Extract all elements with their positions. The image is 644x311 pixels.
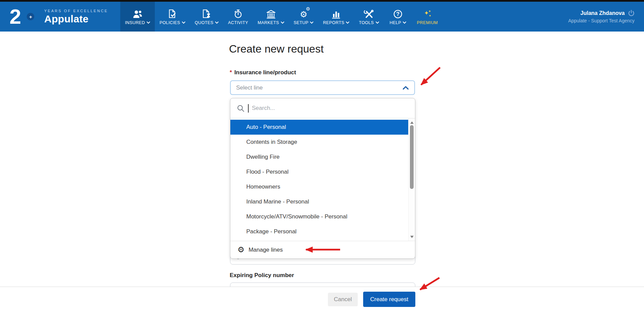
list-item[interactable]: Package - Personal xyxy=(230,224,408,239)
page-title: Create new request xyxy=(229,43,324,55)
gear-icon: ⚙ xyxy=(237,246,245,254)
chevron-down-icon xyxy=(310,21,313,24)
search-icon xyxy=(237,104,245,112)
nav-item-insured[interactable]: INSURED xyxy=(120,2,155,32)
policies-icon xyxy=(168,8,177,19)
dropdown-search-row xyxy=(230,98,415,118)
footer-action-bar: Cancel Create request xyxy=(0,287,644,311)
chevron-down-icon xyxy=(403,21,406,24)
nav-item-quotes[interactable]: QUOTES xyxy=(190,2,223,32)
tools-icon xyxy=(364,8,374,19)
list-item[interactable]: Contents in Storage xyxy=(230,135,408,150)
reports-icon xyxy=(331,8,341,19)
logo-brand: Appulate xyxy=(44,13,108,25)
nav-item-premium[interactable]: PREMIUM xyxy=(412,2,443,32)
logout-power-icon[interactable] xyxy=(628,10,635,16)
user-agency: Appulate - Support Test Agency xyxy=(568,18,635,23)
chevron-down-icon xyxy=(346,21,349,24)
insured-icon xyxy=(132,8,143,19)
text-cursor xyxy=(248,104,249,113)
chevron-down-icon xyxy=(147,21,150,24)
scrollbar-up-arrow-icon[interactable] xyxy=(409,120,415,125)
manage-lines-button[interactable]: ⚙ Manage lines xyxy=(230,241,415,258)
arrow-to-select-chevron xyxy=(421,67,440,85)
main-nav: INSURED POLICIES QUOTES ACTIVITY xyxy=(120,2,443,32)
insurance-line-select[interactable]: Select line xyxy=(230,80,415,95)
logo-tagline: YEARS OF EXCELLENCE xyxy=(44,9,108,13)
nav-item-activity[interactable]: ACTIVITY xyxy=(223,2,253,32)
chevron-up-icon xyxy=(402,86,409,90)
insurance-line-dropdown: Auto - Personal Contents in Storage Dwel… xyxy=(230,98,415,259)
list-item[interactable]: Auto - Personal xyxy=(230,120,408,135)
expiring-policy-label: Expiring Policy number xyxy=(230,272,294,279)
chevron-down-icon xyxy=(215,21,219,24)
scrollbar-thumb[interactable] xyxy=(410,125,414,189)
dropdown-list: Auto - Personal Contents in Storage Dwel… xyxy=(230,118,415,241)
nav-item-markets[interactable]: MARKETS xyxy=(253,2,289,32)
manage-lines-label: Manage lines xyxy=(249,247,283,253)
nav-item-policies[interactable]: POLICIES xyxy=(155,2,190,32)
scrollbar-down-arrow-icon[interactable] xyxy=(409,234,415,239)
required-asterisk: * xyxy=(230,69,232,76)
list-item[interactable]: Dwelling Fire xyxy=(230,150,408,164)
insurance-line-label: *Insurance line/product xyxy=(230,69,296,76)
list-item[interactable]: Motorcycle/ATV/Snowmobile - Personal xyxy=(230,209,408,224)
list-item[interactable]: Inland Marine - Personal xyxy=(230,194,408,209)
logo-pinwheel-icon: + xyxy=(22,8,39,25)
dropdown-scrollbar[interactable] xyxy=(408,118,415,241)
chevron-down-icon xyxy=(281,21,284,24)
appulate-app: 2 + YEARS OF EXCELLENCE Appulate INSURED… xyxy=(0,0,644,311)
chevron-down-icon xyxy=(182,21,185,24)
premium-sparkles-icon xyxy=(422,8,433,19)
dropdown-search-input[interactable] xyxy=(252,105,409,112)
setup-icon: ⚙⚙ xyxy=(300,8,307,19)
nav-item-tools[interactable]: TOOLS xyxy=(354,2,383,32)
markets-icon xyxy=(266,8,276,19)
nav-item-reports[interactable]: REPORTS xyxy=(318,2,354,32)
activity-icon xyxy=(233,8,243,19)
help-icon: ? xyxy=(393,8,402,19)
cancel-button[interactable]: Cancel xyxy=(328,293,358,306)
list-item[interactable]: Homeowners xyxy=(230,179,408,194)
select-placeholder: Select line xyxy=(236,84,263,91)
user-name[interactable]: Julana Zhdanova xyxy=(580,10,625,16)
nav-item-help[interactable]: ? HELP xyxy=(384,2,412,32)
logo-20-number: 2 xyxy=(9,6,20,27)
user-box: Julana Zhdanova Appulate - Support Test … xyxy=(568,2,644,32)
create-request-button[interactable]: Create request xyxy=(363,292,415,307)
appulate-logo[interactable]: 2 + YEARS OF EXCELLENCE Appulate xyxy=(0,2,108,32)
svg-text:?: ? xyxy=(396,11,400,17)
list-item[interactable]: Flood - Personal xyxy=(230,164,408,179)
nav-item-setup[interactable]: ⚙⚙ SETUP xyxy=(289,2,318,32)
top-navigation-bar: 2 + YEARS OF EXCELLENCE Appulate INSURED… xyxy=(0,2,644,32)
chevron-down-icon xyxy=(376,21,379,24)
quotes-icon xyxy=(202,8,211,19)
